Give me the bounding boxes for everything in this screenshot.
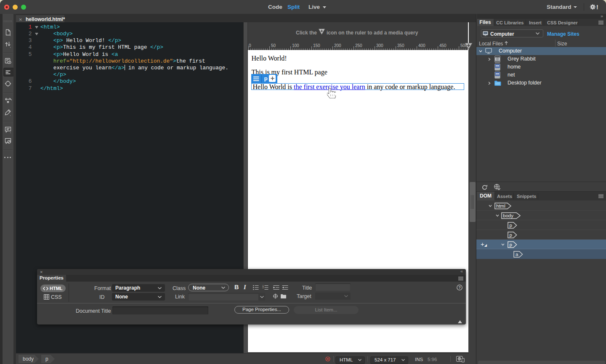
svg-text:?: ? bbox=[459, 285, 461, 290]
svg-text:html: html bbox=[496, 203, 505, 208]
svg-text:p: p bbox=[510, 242, 512, 247]
svg-text:p: p bbox=[510, 223, 512, 228]
svg-text:p: p bbox=[510, 232, 512, 237]
svg-text:2: 2 bbox=[263, 286, 264, 289]
svg-text:body: body bbox=[503, 213, 513, 218]
svg-text:a: a bbox=[516, 252, 518, 257]
